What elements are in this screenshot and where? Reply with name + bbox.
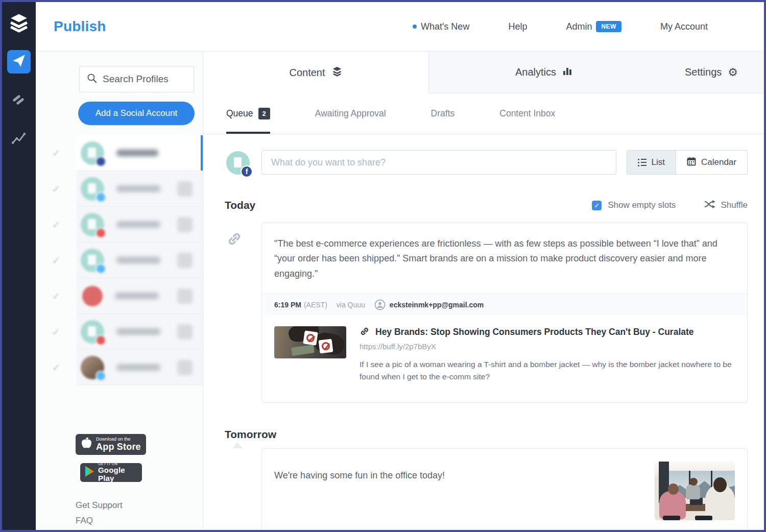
primary-tabs: Content Analytics [203, 52, 764, 93]
bar-chart-icon [562, 66, 572, 79]
post-author-email: ecksteinmk+pp@gmail.com [390, 301, 484, 309]
sidebar-footer: Download on the App Store [36, 434, 203, 526]
profile-row[interactable]: ✓ [36, 207, 203, 243]
whats-new-link[interactable]: What's New [413, 21, 469, 32]
post-meta: 6:19 PM (AEST) via Quuu [262, 294, 747, 316]
analyze-icon [12, 132, 26, 147]
shuffle-button[interactable]: Shuffle [704, 200, 748, 211]
view-toggle: List [627, 150, 748, 175]
selected-profile-indicator [201, 135, 203, 171]
add-social-account-button[interactable]: Add a Social Account [78, 102, 195, 125]
profile-name-blurred [116, 185, 160, 192]
pinterest-profile-avatar [82, 286, 103, 306]
profile-row[interactable]: ✓ [36, 243, 203, 278]
check-icon: ✓ [36, 171, 77, 207]
profile-row[interactable]: ✓ [36, 314, 203, 350]
pinterest-profile-avatar [81, 213, 104, 236]
link-url[interactable]: https://buff.ly/2p7bByX [360, 342, 735, 351]
main-area: Content Analytics [203, 52, 764, 530]
tab-content[interactable]: Content [203, 52, 429, 93]
queued-post-card[interactable]: "The best e-commerce experiences are fri… [261, 223, 748, 403]
profile-name-blurred [116, 221, 160, 228]
today-heading: Today [225, 199, 255, 211]
profile-row[interactable]: ✓ [36, 278, 203, 314]
check-icon: ✓ [36, 350, 77, 385]
no-sign-icon [303, 330, 318, 345]
check-icon: ✓ [36, 314, 77, 350]
queue-count-badge-blurred [177, 253, 193, 268]
profile-row[interactable]: ✓ [36, 350, 203, 385]
apple-icon [81, 437, 92, 452]
post-image-thumbnail [655, 462, 735, 520]
list-icon [638, 159, 647, 166]
get-support-link[interactable]: Get Support [76, 500, 203, 511]
calendar-icon [687, 157, 696, 168]
subtab-queue[interactable]: Queue 2 [226, 93, 270, 134]
reply-icon [12, 95, 26, 106]
link-preview-thumbnail [274, 326, 346, 358]
subtab-content-inbox[interactable]: Content Inbox [499, 93, 555, 134]
new-badge: NEW [596, 21, 621, 32]
tab-settings[interactable]: Settings ⚙ [659, 52, 764, 93]
link-preview[interactable]: Hey Brands: Stop Showing Consumers Produ… [262, 316, 747, 402]
facebook-badge-icon [95, 156, 106, 167]
rail-analyze-button[interactable] [7, 128, 31, 151]
list-view-button[interactable]: List [627, 151, 676, 174]
profile-name-blurred [116, 150, 158, 156]
composer-input[interactable] [261, 150, 616, 175]
google-play-badge[interactable]: GET IT ON Google Play [80, 463, 142, 482]
profiles-sidebar: Add a Social Account ✓✓✓✓✓✓✓ Download on… [36, 52, 203, 530]
queue-count-badge: 2 [258, 108, 270, 119]
shuffle-icon [704, 200, 715, 211]
left-rail [2, 2, 36, 530]
profile-name-blurred [115, 293, 159, 299]
post-time: 6:19 PM [274, 301, 301, 309]
rail-publish-button[interactable] [7, 50, 31, 74]
twitter-profile-avatar [81, 177, 104, 201]
gear-icon: ⚙ [728, 66, 738, 79]
my-account-link[interactable]: My Account [660, 21, 708, 32]
app-store-badge[interactable]: Download on the App Store [76, 434, 146, 455]
queue-count-badge-blurred [177, 217, 193, 232]
twitter-badge-icon [95, 263, 106, 274]
paper-plane-icon [12, 54, 26, 70]
queue-subtabs: Queue 2 Awaiting Approval Drafts Content… [203, 93, 764, 134]
twitter-profile-avatar [81, 249, 104, 272]
link-title[interactable]: Hey Brands: Stop Showing Consumers Produ… [375, 327, 694, 337]
search-profiles-box[interactable] [79, 66, 194, 92]
buffer-logo-icon [9, 13, 29, 35]
faq-link[interactable]: FAQ [76, 516, 203, 526]
link-description: If I see a pic of a woman wearing a T-sh… [360, 358, 735, 383]
facebook-profile-avatar [81, 141, 104, 165]
pinterest-profile-avatar [81, 320, 104, 344]
profile-row[interactable]: ✓ [36, 171, 203, 207]
calendar-view-button[interactable]: Calendar [676, 151, 747, 174]
rail-reply-button[interactable] [7, 89, 31, 112]
tomorrow-heading: Tomorrow [225, 428, 276, 441]
post-via: via Quuu [337, 301, 365, 309]
twitter-badge-icon [95, 371, 106, 381]
profile-row[interactable]: ✓ [36, 135, 203, 171]
top-bar: Publish What's New Help Admin NEW My Acc… [36, 2, 764, 52]
search-profiles-input[interactable] [103, 74, 203, 85]
no-sign-icon [319, 338, 333, 353]
queue-count-badge-blurred [177, 288, 193, 304]
subtab-awaiting-approval[interactable]: Awaiting Approval [315, 93, 386, 134]
google-play-icon [85, 466, 94, 479]
link-post-icon [226, 240, 243, 249]
subtab-drafts[interactable]: Drafts [431, 93, 455, 134]
show-empty-slots-checkbox[interactable]: ✓ Show empty slots [592, 200, 676, 210]
check-icon: ✓ [36, 135, 77, 171]
admin-link[interactable]: Admin NEW [566, 21, 621, 32]
notification-dot-icon [413, 25, 417, 29]
queue-count-badge-blurred [177, 181, 193, 197]
search-icon [87, 73, 97, 85]
check-icon: ✓ [36, 207, 77, 243]
profile-name-blurred [116, 364, 160, 371]
composer-profile-avatar: f [226, 151, 250, 175]
queued-post-card[interactable]: We're having some fun in the office toda… [261, 448, 748, 530]
twitter-profile-avatar [81, 356, 104, 379]
tab-analytics[interactable]: Analytics [429, 52, 659, 93]
twitter-badge-icon [95, 192, 106, 203]
help-link[interactable]: Help [508, 21, 527, 32]
